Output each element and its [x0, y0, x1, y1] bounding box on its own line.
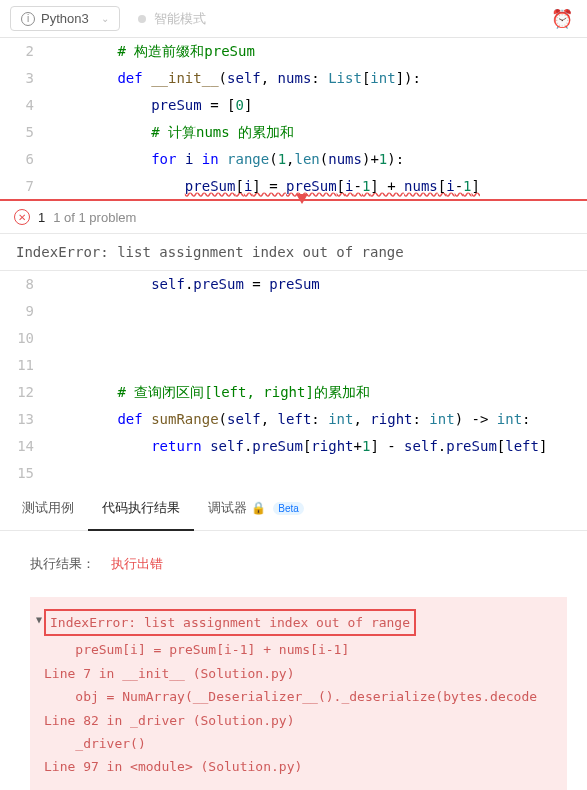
code-content — [50, 460, 587, 487]
line-number: 2 — [0, 38, 50, 65]
beta-badge: Beta — [273, 502, 304, 515]
line-number: 15 — [0, 460, 50, 487]
code-line[interactable]: 9 — [0, 298, 587, 325]
problem-summary: 1 of 1 problem — [53, 210, 136, 225]
code-line[interactable]: 11 — [0, 352, 587, 379]
traceback-line: Line 97 in <module> (Solution.py) — [44, 755, 553, 778]
code-content: def __init__(self, nums: List[int]): — [50, 65, 587, 92]
code-line[interactable]: 15 — [0, 460, 587, 487]
code-content: preSum[i] = preSum[i-1] + nums[i-1] — [50, 173, 587, 200]
info-icon: i — [21, 12, 35, 26]
code-line[interactable]: 8 self.preSum = preSum — [0, 271, 587, 298]
clock-icon[interactable]: ⏰ — [551, 8, 573, 30]
code-content — [50, 352, 587, 379]
code-line[interactable]: 14 return self.preSum[right+1] - self.pr… — [0, 433, 587, 460]
tab-testcase[interactable]: 测试用例 — [8, 487, 88, 530]
line-number: 12 — [0, 379, 50, 406]
code-line[interactable]: 13 def sumRange(self, left: int, right: … — [0, 406, 587, 433]
result-panel: 执行结果： 执行出错 ▼ IndexError: list assignment… — [0, 531, 587, 790]
code-line[interactable]: 12 # 查询闭区间[left, right]的累加和 — [0, 379, 587, 406]
traceback-line: _driver() — [44, 732, 553, 755]
chevron-down-icon: ⌄ — [101, 13, 109, 24]
smart-mode-toggle[interactable]: 智能模式 — [138, 10, 206, 28]
dot-icon — [138, 15, 146, 23]
result-header: 执行结果： 执行出错 — [30, 555, 567, 573]
code-content: # 构造前缀和preSum — [50, 38, 587, 65]
line-number: 13 — [0, 406, 50, 433]
code-editor-top[interactable]: 2 # 构造前缀和preSum3 def __init__(self, nums… — [0, 38, 587, 200]
code-line[interactable]: 4 preSum = [0] — [0, 92, 587, 119]
collapse-arrow-icon[interactable]: ▼ — [36, 611, 42, 629]
code-content: self.preSum = preSum — [50, 271, 587, 298]
line-number: 11 — [0, 352, 50, 379]
traceback-main-error: IndexError: list assignment index out of… — [44, 609, 416, 636]
code-line[interactable]: 10 — [0, 325, 587, 352]
debugger-label: 调试器 — [208, 500, 247, 515]
error-message: IndexError: list assignment index out of… — [0, 234, 587, 271]
result-label: 执行结果： — [30, 556, 95, 571]
traceback-line: preSum[i] = preSum[i-1] + nums[i-1] — [44, 638, 553, 661]
result-tabs: 测试用例 代码执行结果 调试器 🔒 Beta — [0, 487, 587, 531]
line-number: 7 — [0, 173, 50, 200]
line-number: 8 — [0, 271, 50, 298]
smart-mode-label: 智能模式 — [154, 10, 206, 28]
tab-debugger[interactable]: 调试器 🔒 Beta — [194, 487, 318, 530]
code-content: return self.preSum[right+1] - self.preSu… — [50, 433, 587, 460]
line-number: 5 — [0, 119, 50, 146]
line-number: 6 — [0, 146, 50, 173]
language-label: Python3 — [41, 11, 89, 26]
problems-bar[interactable]: ✕ 1 1 of 1 problem — [0, 201, 587, 234]
code-line[interactable]: 5 # 计算nums 的累加和 — [0, 119, 587, 146]
code-line[interactable]: 2 # 构造前缀和preSum — [0, 38, 587, 65]
error-icon: ✕ — [14, 209, 30, 225]
lock-icon: 🔒 — [251, 501, 266, 515]
line-number: 3 — [0, 65, 50, 92]
problem-count: 1 — [38, 210, 45, 225]
code-line[interactable]: 6 for i in range(1,len(nums)+1): — [0, 146, 587, 173]
line-number: 10 — [0, 325, 50, 352]
tab-result[interactable]: 代码执行结果 — [88, 487, 194, 531]
code-content: for i in range(1,len(nums)+1): — [50, 146, 587, 173]
code-content: # 查询闭区间[left, right]的累加和 — [50, 379, 587, 406]
code-line[interactable]: 7 preSum[i] = preSum[i-1] + nums[i-1] — [0, 173, 587, 200]
line-number: 9 — [0, 298, 50, 325]
traceback-box: ▼ IndexError: list assignment index out … — [30, 597, 567, 790]
traceback-line: Line 82 in _driver (Solution.py) — [44, 709, 553, 732]
code-content — [50, 325, 587, 352]
language-selector[interactable]: i Python3 ⌄ — [10, 6, 120, 31]
code-content: # 计算nums 的累加和 — [50, 119, 587, 146]
traceback-line: Line 7 in __init__ (Solution.py) — [44, 662, 553, 685]
code-content — [50, 298, 587, 325]
line-number: 14 — [0, 433, 50, 460]
editor-toolbar: i Python3 ⌄ 智能模式 ⏰ — [0, 0, 587, 38]
traceback-line: obj = NumArray(__Deserializer__()._deser… — [44, 685, 553, 708]
code-content: def sumRange(self, left: int, right: int… — [50, 406, 587, 433]
code-content: preSum = [0] — [50, 92, 587, 119]
code-editor-bottom[interactable]: 8 self.preSum = preSum9101112 # 查询闭区间[le… — [0, 271, 587, 487]
line-number: 4 — [0, 92, 50, 119]
result-status: 执行出错 — [111, 556, 163, 571]
code-line[interactable]: 3 def __init__(self, nums: List[int]): — [0, 65, 587, 92]
